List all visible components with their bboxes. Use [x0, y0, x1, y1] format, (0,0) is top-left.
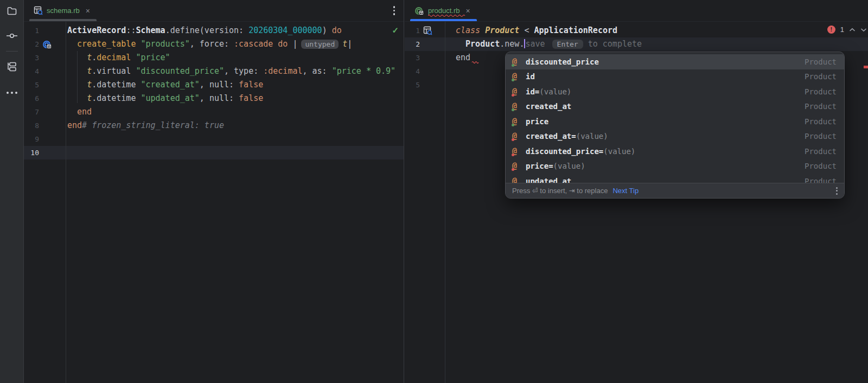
code-token: .define(version:: [165, 25, 249, 35]
tab-schema-rb[interactable]: schema.rb ×: [29, 0, 97, 21]
completion-item[interactable]: @discounted_price=(value)Product: [506, 144, 844, 159]
code-line[interactable]: 6 t.datetime "updated_at", null: false: [24, 92, 404, 105]
code-token: end: [456, 53, 470, 62]
code-token: class: [456, 25, 480, 35]
gutter-border: [66, 22, 66, 383]
completion-item[interactable]: @discounted_priceProduct: [506, 54, 844, 69]
close-icon[interactable]: ×: [466, 7, 470, 15]
record-icon: [414, 6, 424, 16]
code-token: .datetime: [92, 80, 141, 90]
completion-name: id=: [526, 87, 539, 96]
code-line[interactable]: 8end# frozen_string_literal: true: [24, 119, 404, 132]
completion-origin: Product: [805, 132, 837, 141]
code-token: .datetime: [92, 93, 141, 103]
code-editor-schema[interactable]: 1ActiveRecord::Schema.define(version: 20…: [24, 22, 404, 159]
table-search-gutter-icon[interactable]: [420, 24, 444, 37]
code-line[interactable]: 2 create_table "products", force: :casca…: [24, 37, 404, 51]
completion-name: updated_at: [526, 177, 571, 183]
attribute-accessor-icon: @: [512, 131, 521, 141]
code-line[interactable]: 9: [24, 132, 404, 146]
line-number: 3: [405, 51, 420, 65]
inspection-ok-icon[interactable]: ✓: [392, 25, 399, 35]
code-token: , null:: [200, 93, 239, 103]
code-line[interactable]: 7 end: [24, 105, 404, 119]
code-token: <: [519, 25, 534, 35]
enter-key-badge: Enter: [552, 40, 583, 49]
ide-window: schema.rb × 1ActiveRecord::Schema.define…: [0, 0, 868, 383]
completion-params: (value): [576, 132, 608, 141]
line-number: 4: [24, 65, 39, 78]
code-token: 20260304_000000: [248, 25, 322, 35]
gutter-spacer: [39, 146, 66, 159]
close-icon[interactable]: ×: [86, 7, 90, 15]
structure-icon[interactable]: [0, 56, 24, 78]
code-line[interactable]: 4 t.virtual "discounted_price", type: :d…: [24, 65, 404, 78]
attribute-accessor-icon: @: [512, 72, 521, 81]
table-search-icon: [34, 6, 43, 15]
completion-item[interactable]: @created_atProduct: [506, 99, 844, 114]
code-token: [456, 39, 465, 49]
line-text: [66, 132, 404, 146]
line-number: 2: [405, 37, 420, 51]
project-folder-icon[interactable]: [0, 0, 24, 22]
error-squiggle: [471, 60, 479, 63]
code-token: :decimal: [263, 66, 302, 76]
scrollbar-error-mark[interactable]: [864, 66, 868, 68]
gutter-spacer: [39, 78, 66, 92]
line-number: 5: [24, 78, 39, 92]
tool-window-stripe: [0, 0, 24, 383]
gutter-spacer: [39, 51, 66, 65]
code-token: # frozen_string_literal: true: [82, 120, 224, 130]
tab-indicator: [29, 19, 97, 21]
code-token: [273, 39, 278, 49]
code-line[interactable]: 1ActiveRecord::Schema.define(version: 20…: [24, 24, 404, 37]
line-text: ActiveRecord::Schema.define(version: 202…: [66, 24, 404, 37]
completion-origin: Product: [805, 147, 837, 156]
completion-item[interactable]: @idProduct: [506, 69, 844, 85]
line-number: 5: [405, 78, 420, 92]
code-line[interactable]: 3 t.decimal "price": [24, 51, 404, 65]
code-token: , type:: [224, 66, 263, 76]
gutter-spacer: [420, 37, 444, 51]
next-tip-link[interactable]: Next Tip: [612, 187, 639, 195]
code-token: |: [288, 39, 297, 49]
more-options-icon[interactable]: [0, 82, 24, 104]
gutter-spacer: [420, 78, 444, 92]
completion-item[interactable]: @updated_atProduct: [506, 174, 844, 183]
code-token: Schema: [136, 25, 165, 35]
completion-item[interactable]: @id=(value)Product: [506, 84, 844, 99]
completion-footer: Press ⏎ to insert, ⇥ to replace Next Tip: [506, 183, 844, 198]
completion-params: (value): [539, 87, 571, 96]
line-number: 8: [24, 119, 39, 132]
code-token: decimal: [97, 53, 131, 62]
attribute-accessor-icon: @: [512, 57, 521, 67]
error-icon[interactable]: !: [827, 25, 835, 34]
code-line[interactable]: 1class Product < ApplicationRecord: [405, 24, 868, 37]
code-token: t: [87, 66, 92, 76]
footer-kebab-icon[interactable]: [836, 187, 838, 195]
commit-icon[interactable]: [0, 25, 24, 47]
code-line[interactable]: 5 t.datetime "created_at", null: false: [24, 78, 404, 92]
error-count: 1: [840, 25, 844, 34]
tab-options-kebab-icon[interactable]: [393, 6, 395, 15]
chevron-up-icon[interactable]: [849, 28, 856, 32]
code-token: do: [332, 25, 342, 35]
tab-label: schema.rb: [47, 7, 80, 15]
code-line[interactable]: 10: [24, 146, 404, 159]
gutter-spacer: [39, 65, 66, 78]
completion-item[interactable]: @priceProduct: [506, 114, 844, 129]
tab-product-rb[interactable]: product.rb ×: [410, 0, 477, 21]
code-line[interactable]: 2 Product.new.saveEnterto complete: [405, 37, 868, 51]
inspection-widget: ! 1: [827, 25, 867, 34]
line-number: 3: [24, 51, 39, 65]
chevron-down-icon[interactable]: [860, 28, 867, 32]
code-token: , as:: [303, 66, 332, 76]
tab-label: product.rb: [428, 7, 460, 15]
code-token: t: [87, 80, 92, 90]
completion-name: id: [526, 72, 535, 81]
editor-pane-schema: schema.rb × 1ActiveRecord::Schema.define…: [24, 0, 404, 383]
attribute-accessor-icon: @: [512, 101, 521, 111]
record-blue-gutter-icon[interactable]: [39, 37, 66, 51]
completion-item[interactable]: @created_at=(value)Product: [506, 129, 844, 144]
completion-item[interactable]: @price=(value)Product: [506, 159, 844, 174]
